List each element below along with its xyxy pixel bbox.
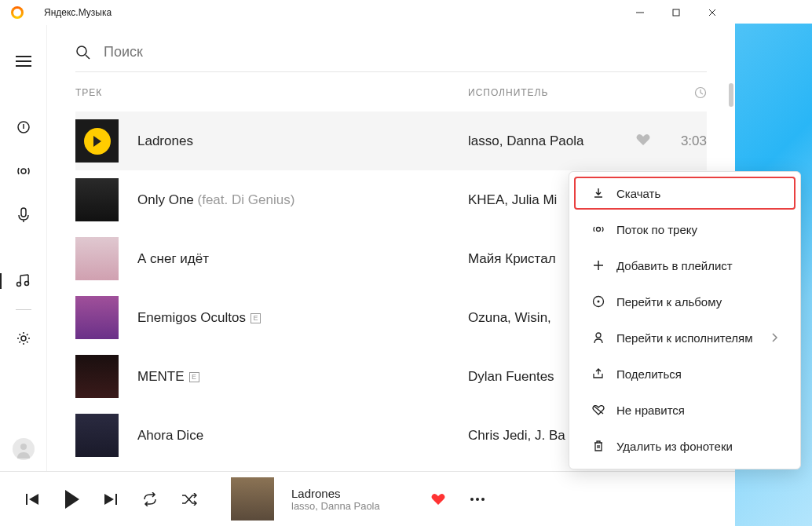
svg-rect-18 — [115, 494, 117, 505]
maximize-button[interactable] — [658, 0, 694, 25]
stream-icon — [591, 223, 605, 236]
player-track-title: Ladrones — [291, 487, 380, 500]
avatar-icon — [13, 438, 35, 460]
menu-item-goto-artists[interactable]: Перейти к исполнителям — [576, 321, 794, 354]
search-icon — [75, 45, 91, 60]
play-icon — [64, 490, 79, 509]
track-cover — [75, 355, 119, 398]
share-icon — [591, 368, 605, 379]
svg-point-12 — [21, 336, 26, 341]
menu-toggle-button[interactable] — [0, 42, 47, 80]
prev-track-button[interactable] — [16, 483, 49, 516]
scrollbar-thumb[interactable] — [729, 83, 733, 107]
player-cover[interactable] — [231, 477, 274, 521]
play-button[interactable] — [84, 128, 111, 155]
close-button[interactable] — [694, 0, 730, 25]
sidebar-item-podcast[interactable] — [0, 196, 47, 234]
sidebar — [0, 25, 47, 471]
track-title: А снег идёт — [119, 251, 468, 267]
app-logo-icon — [11, 6, 24, 19]
track-cover[interactable] — [75, 119, 119, 163]
next-icon — [104, 494, 117, 505]
svg-point-14 — [77, 46, 86, 56]
track-title: MENTEE — [119, 369, 468, 385]
player-bar: Ladrones lasso, Danna Paola — [0, 471, 735, 526]
svg-point-25 — [596, 333, 601, 338]
menu-label: Не нравится — [616, 404, 685, 417]
prev-icon — [26, 494, 38, 505]
player-artists: lasso, Danna Paola — [291, 500, 380, 512]
player-like-button[interactable] — [422, 483, 455, 516]
menu-label: Поделиться — [616, 367, 682, 381]
music-icon — [16, 274, 31, 288]
note-wave-icon — [16, 119, 31, 135]
menu-item-add-playlist[interactable]: Добавить в плейлист — [576, 249, 794, 282]
radio-icon — [16, 163, 31, 179]
svg-rect-17 — [26, 494, 27, 505]
sidebar-divider — [16, 309, 31, 310]
user-avatar[interactable] — [13, 438, 35, 460]
menu-label: Перейти к альбому — [616, 295, 722, 309]
menu-label: Удалить из фонотеки — [616, 440, 733, 453]
track-title: Ahora Dice — [119, 428, 468, 444]
svg-line-15 — [86, 55, 90, 59]
artist-icon — [591, 331, 605, 344]
like-button[interactable] — [636, 133, 668, 149]
menu-item-goto-album[interactable]: Перейти к альбому — [576, 285, 794, 318]
explicit-badge: E — [189, 372, 199, 382]
trash-icon — [591, 440, 605, 452]
menu-label: Скачать — [616, 187, 660, 200]
menu-label: Перейти к исполнителям — [616, 331, 753, 345]
repeat-button[interactable] — [134, 483, 166, 516]
repeat-icon — [142, 492, 158, 506]
menu-item-remove[interactable]: Удалить из фонотеки — [576, 429, 794, 462]
svg-point-10 — [16, 283, 20, 287]
track-title: Enemigos OcultosE — [119, 310, 468, 326]
minimize-icon — [636, 9, 644, 16]
app-title: Яндекс.Музыка — [44, 7, 112, 18]
svg-point-22 — [597, 228, 601, 232]
player-more-button[interactable] — [461, 483, 494, 516]
search-input[interactable] — [104, 44, 707, 60]
plus-icon — [591, 260, 605, 271]
shuffle-button[interactable] — [173, 483, 206, 516]
svg-point-19 — [470, 498, 474, 501]
more-icon — [470, 497, 485, 502]
track-title: Ladrones — [119, 133, 468, 149]
track-cover — [75, 178, 119, 221]
svg-point-21 — [481, 498, 485, 501]
menu-item-stream[interactable]: Поток по треку — [576, 213, 794, 246]
track-cover — [75, 237, 119, 280]
player-info: Ladrones lasso, Danna Paola — [291, 487, 380, 512]
download-icon — [591, 188, 605, 199]
svg-point-8 — [21, 169, 26, 174]
menu-item-download[interactable]: Скачать — [574, 177, 796, 210]
svg-point-24 — [598, 301, 600, 303]
svg-point-20 — [476, 498, 479, 501]
shuffle-icon — [181, 493, 197, 506]
titlebar: Яндекс.Музыка — [0, 0, 735, 25]
track-cover — [75, 296, 119, 339]
columns-header: ТРЕК ИСПОЛНИТЕЛЬ — [75, 72, 707, 111]
menu-item-dislike[interactable]: Не нравится — [576, 393, 794, 426]
play-pause-button[interactable] — [55, 483, 88, 516]
minimize-button[interactable] — [622, 0, 658, 25]
svg-rect-9 — [21, 208, 26, 217]
column-artist-header: ИСПОЛНИТЕЛЬ — [468, 87, 660, 98]
heart-filled-icon — [431, 493, 445, 506]
sidebar-item-library[interactable] — [0, 262, 47, 300]
heart-icon — [636, 133, 650, 146]
track-title: Only One (feat. Di Genius) — [119, 192, 468, 208]
sidebar-item-home[interactable] — [0, 108, 47, 146]
next-track-button[interactable] — [94, 483, 127, 516]
album-icon — [591, 295, 605, 308]
track-row[interactable]: Ladrones lasso, Danna Paola 3:03 — [75, 111, 707, 170]
search-bar — [75, 39, 707, 72]
explicit-badge: E — [251, 313, 261, 323]
sidebar-item-settings[interactable] — [0, 320, 47, 357]
sidebar-item-radio[interactable] — [0, 152, 47, 190]
context-menu: Скачать Поток по треку Добавить в плейли… — [569, 171, 801, 469]
menu-item-share[interactable]: Поделиться — [576, 357, 794, 390]
menu-label: Добавить в плейлист — [616, 259, 733, 272]
maximize-icon — [672, 9, 680, 16]
